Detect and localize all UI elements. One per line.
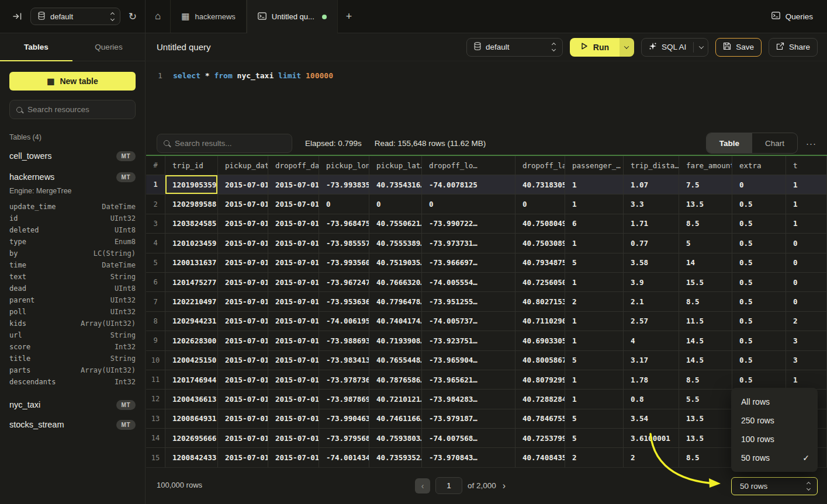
table-cell[interactable]: 1 [565,234,624,252]
table-cell[interactable]: 1200864931 [165,409,218,428]
table-cell[interactable]: 0.5 [732,194,786,213]
table-cell[interactable]: 1 [786,370,827,389]
table-cell[interactable]: 1.71 [624,214,679,233]
table-cell[interactable]: 2015-07-01… [218,273,268,291]
table-cell[interactable]: 40.7876586… [369,370,422,389]
table-cell[interactable]: 40.7519035… [369,253,422,272]
table-cell[interactable]: 1 [565,390,624,408]
table-cell[interactable]: 2015-07-01… [218,409,268,428]
table-cell[interactable]: -73.985557… [319,234,369,252]
table-cell[interactable]: -74.001434… [319,448,369,467]
table-cell[interactable]: -73.953636… [319,292,369,311]
table-cell[interactable]: 40.7593803… [369,429,422,447]
table-cell[interactable]: 2015-07-01… [268,409,319,428]
table-cell[interactable]: 40.7253799… [515,429,565,447]
table-cell[interactable]: -73.970843… [422,448,515,467]
table-cell[interactable]: 1200436613 [165,390,218,408]
table-cell[interactable]: 1201905359 [165,175,218,194]
table-cell[interactable]: 0.8 [624,390,679,408]
table-cell[interactable]: 0.5 [732,234,786,252]
table-cell[interactable]: 2015-07-01… [268,194,319,213]
table-cell[interactable]: 1 [565,273,624,291]
table-cell[interactable]: 1201746944 [165,370,218,389]
sql-editor[interactable]: 1 select * from nyc_taxi limit 100000 [146,61,827,131]
new-tab-button[interactable]: + [338,0,361,33]
table-cell[interactable]: 2015-07-01… [218,312,268,331]
table-cell[interactable]: 2015-07-01… [268,312,319,331]
table-cell[interactable]: 2 [565,292,624,311]
table-cell[interactable]: 2 [565,448,624,467]
table-cell[interactable]: 40.7461166… [369,409,422,428]
table-cell[interactable]: 40.8079299… [515,370,565,389]
save-button[interactable]: Save [715,38,762,57]
table-cell[interactable]: 2015-07-01… [268,390,319,408]
table-cell[interactable]: 1200131637 [165,253,218,272]
collapse-sidebar-icon[interactable] [13,12,22,20]
table-cell[interactable]: 8.5 [679,370,732,389]
table-cell[interactable]: 3.58 [624,253,679,272]
table-cell[interactable]: -74.007568… [422,429,515,447]
table-cell[interactable]: 1 [786,175,827,194]
table-cell[interactable]: 40.7193908… [369,331,422,350]
table-cell[interactable]: 40.7288284… [515,390,565,408]
table-cell[interactable]: 3.54 [624,409,679,428]
table-cell[interactable]: 40.7934875… [515,253,565,272]
table-cell[interactable]: 2015-07-01… [268,351,319,370]
menu-item[interactable]: 100 rows [731,430,818,449]
column-header[interactable]: pickup_dat… [218,156,268,175]
sidebar-table-stocks-stream[interactable]: stocks_stream MT [9,416,136,433]
table-cell[interactable]: 40.7555389… [369,234,422,252]
table-cell[interactable]: 3.6100001 [624,429,679,447]
table-cell[interactable]: 40.7550621… [369,214,422,233]
view-table-segment[interactable]: Table [707,133,752,153]
share-button[interactable]: Share [769,38,818,57]
table-cell[interactable]: 1200842433 [165,448,218,467]
table-cell[interactable]: -73.979187… [422,409,515,428]
table-cell[interactable]: -73.966697… [422,253,515,272]
table-cell[interactable]: 40.7408435… [515,448,565,467]
table-cell[interactable]: 3 [786,351,827,370]
menu-item[interactable]: 50 rows✓ [731,449,818,467]
table-cell[interactable]: -73.987869… [319,390,369,408]
table-cell[interactable]: 0 [369,194,422,213]
column-header[interactable]: pickup_lon… [319,156,369,175]
table-cell[interactable]: 2015-07-01… [218,351,268,370]
table-cell[interactable]: 8.5 [679,292,732,311]
table-cell[interactable]: 5 [679,234,732,252]
more-options-button[interactable]: ··· [801,138,821,148]
table-cell[interactable]: 1201475277 [165,273,218,291]
table-cell[interactable]: 2015-07-01… [268,292,319,311]
page-number-input[interactable] [435,477,462,494]
table-cell[interactable]: 2015-07-01… [218,292,268,311]
sidebar-table-nyc-taxi[interactable]: nyc_taxi MT [9,396,136,413]
table-cell[interactable]: 40.7846755… [515,409,565,428]
table-cell[interactable]: 0 [515,194,565,213]
column-header[interactable]: trip_dista… [624,156,679,175]
table-cell[interactable]: 2 [624,448,679,467]
table-cell[interactable]: 0 [422,194,515,213]
table-cell[interactable]: 3.9 [624,273,679,291]
table-cell[interactable]: 0 [319,194,369,213]
table-cell[interactable]: -73.951255… [422,292,515,311]
table-cell[interactable]: 8.5 [679,448,732,467]
table-cell[interactable]: 1 [565,370,624,389]
run-button[interactable]: Run [570,38,620,57]
table-cell[interactable]: 5 [565,409,624,428]
column-header[interactable]: passenger_… [565,156,624,175]
resource-search-input[interactable] [27,105,129,114]
table-cell[interactable]: 40.7110290… [515,312,565,331]
table-cell[interactable]: 1.78 [624,370,679,389]
table-cell[interactable]: 0 [786,253,827,272]
table-cell[interactable]: 1 [565,175,624,194]
table-cell[interactable]: 5 [565,253,624,272]
table-cell[interactable]: 0 [786,234,827,252]
database-selector[interactable]: default [30,8,120,25]
prev-page-button[interactable]: ‹ [415,478,430,493]
table-cell[interactable]: 2015-07-01… [268,214,319,233]
table-cell[interactable]: 11.5 [679,312,732,331]
table-cell[interactable]: -73.979568… [319,429,369,447]
table-cell[interactable]: 40.7503089… [515,234,565,252]
table-cell[interactable]: 0.5 [732,312,786,331]
page-size-select[interactable]: 50 rows [731,477,818,495]
table-cell[interactable]: -73.968475… [319,214,369,233]
